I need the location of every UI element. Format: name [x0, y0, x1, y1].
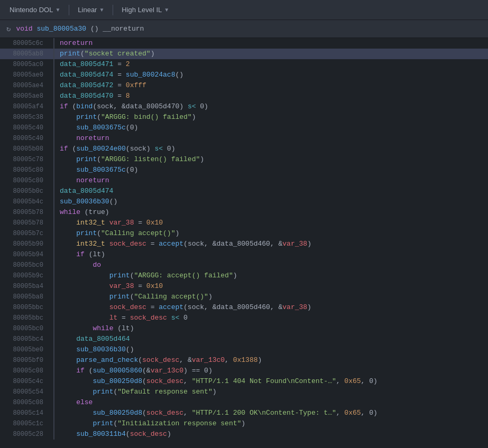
- table-row[interactable]: 80005bbc lt = sock_desc s< 0: [0, 313, 488, 323]
- divider-cell: [48, 228, 54, 239]
- table-row[interactable]: 80005bf0 parse_and_check(sock_desc, &var…: [0, 355, 488, 366]
- code-cell: sub_8003675c(0): [54, 123, 488, 133]
- address-cell: 80005ba8: [0, 292, 48, 302]
- table-row[interactable]: 80005c40 sub_8003675c(0): [0, 123, 488, 133]
- refresh-icon[interactable]: ↻: [6, 24, 11, 33]
- table-row[interactable]: 80005b94 if (lt): [0, 249, 488, 260]
- token-var: sock_desc: [130, 314, 167, 322]
- token-fn: sub_80024ac8: [126, 71, 176, 79]
- table-row[interactable]: 80005c38 print("ARGGG: bind() failed"): [0, 112, 488, 123]
- table-row[interactable]: 80005c80 sub_8003675c(0): [0, 165, 488, 175]
- table-row[interactable]: 80005b08if (sub_80024e00(sock) s< 0): [0, 144, 488, 154]
- table-row[interactable]: 80005c78 print("ARGGG: listen() failed"): [0, 154, 488, 165]
- code-cell: if (bind(sock, &data_8005d470) s< 0): [54, 101, 488, 112]
- table-row[interactable]: 80005c40 noreturn: [0, 133, 488, 144]
- table-row[interactable]: 80005c80 noreturn: [0, 175, 488, 186]
- table-row[interactable]: 80005b9c print("ARGGG: accept() failed"): [0, 270, 488, 281]
- table-row[interactable]: 80005be0 sub_80036b30(): [0, 344, 488, 355]
- divider-cell: [48, 49, 54, 59]
- address-cell: 80005c08: [0, 366, 48, 376]
- table-row[interactable]: 80005c14 sub_800250d8(sock_desc, "HTTP/1…: [0, 408, 488, 418]
- token-fn: print: [109, 272, 130, 279]
- divider-cell: [48, 302, 54, 313]
- token-plain: [105, 240, 109, 248]
- token-plain: ): [200, 155, 204, 163]
- divider-cell: [48, 165, 54, 175]
- high-level-il-button[interactable]: High Level IL ▼: [117, 4, 173, 16]
- table-row[interactable]: 80005b0cdata_8005d474: [0, 186, 488, 197]
- token-var: var_13c0: [151, 367, 183, 375]
- code-cell: int32_t sock_desc = accept(sock, &data_8…: [54, 239, 488, 249]
- token-kw: while: [93, 324, 113, 332]
- nintendo-dol-button[interactable]: Nintendo DOL ▼: [5, 4, 65, 16]
- token-plain: (sock, &data_8005d460, &: [183, 303, 282, 311]
- code-cell: data_8005d474: [54, 186, 488, 197]
- token-str: "Calling accept()": [101, 229, 175, 237]
- nintendo-dol-arrow: ▼: [55, 7, 60, 13]
- token-kw: noreturn: [60, 39, 93, 47]
- token-var: var_38: [109, 282, 134, 290]
- table-row[interactable]: 80005c28 sub_800311b4(sock_desc): [0, 429, 488, 440]
- token-type: int32_t: [76, 240, 105, 248]
- table-row[interactable]: 80005ba4 var_38 = 0x10: [0, 281, 488, 292]
- table-row[interactable]: 80005c54 print("Default response sent"): [0, 387, 488, 397]
- token-kw: noreturn: [76, 176, 109, 184]
- table-row[interactable]: 80005c08 if (sub_80005860(&var_13c0) == …: [0, 366, 488, 376]
- token-plain: (sock, &data_8005d460, &: [183, 240, 282, 248]
- table-row[interactable]: 80005bbc sock_desc = accept(sock, &data_…: [0, 302, 488, 313]
- token-plain: ): [307, 303, 311, 311]
- table-row[interactable]: 80005ae8data_8005d470 = 8: [0, 91, 488, 101]
- divider-cell: [48, 313, 54, 323]
- address-cell: 80005b9c: [0, 270, 48, 281]
- table-row[interactable]: 80005b7c print("Calling accept()"): [0, 228, 488, 239]
- table-row[interactable]: 80005b78 int32_t var_38 = 0x10: [0, 218, 488, 228]
- table-row[interactable]: 80005bc0 while (lt): [0, 323, 488, 334]
- token-plain: ,: [183, 409, 192, 417]
- token-num: 0x10: [146, 282, 163, 290]
- token-plain: =: [113, 92, 125, 100]
- table-row[interactable]: 80005ba8 print("Calling accept()"): [0, 292, 488, 302]
- toolbar-separator-1: [69, 5, 69, 15]
- table-row[interactable]: 80005c08 else: [0, 397, 488, 408]
- code-cell: lt = sock_desc s< 0: [54, 313, 488, 323]
- table-row[interactable]: 80005bc0 do: [0, 260, 488, 270]
- token-plain: (lt): [113, 324, 134, 332]
- address-cell: 80005b78: [0, 207, 48, 218]
- token-plain: =: [113, 60, 125, 68]
- table-row[interactable]: 80005c1c print("Initialization response …: [0, 418, 488, 429]
- address-cell: 80005bbc: [0, 302, 48, 313]
- token-plain: (: [126, 430, 130, 438]
- code-cell: sub_800250d8(sock_desc, "HTTP/1.1 404 No…: [54, 376, 488, 387]
- table-row[interactable]: 80005af4if (bind(sock, &data_8005d470) s…: [0, 101, 488, 112]
- table-row[interactable]: 80005b78while (true): [0, 207, 488, 218]
- token-var: var_38: [282, 240, 307, 248]
- code-cell: sub_80036b30(): [54, 197, 488, 207]
- code-cell: data_8005d470 = 8: [54, 91, 488, 101]
- table-row[interactable]: 80005ac0data_8005d471 = 2: [0, 59, 488, 70]
- address-cell: 80005c40: [0, 133, 48, 144]
- token-addr-ref: data_8005d474: [60, 187, 113, 195]
- table-row[interactable]: 80005ab8print("socket created"): [0, 49, 488, 59]
- token-plain: ) == 0): [183, 367, 213, 375]
- table-row[interactable]: 80005c6cnoreturn: [0, 38, 488, 49]
- token-kw: if: [76, 250, 85, 258]
- address-cell: 80005af4: [0, 101, 48, 112]
- token-num: 2: [126, 60, 130, 68]
- token-kw: if: [60, 145, 68, 153]
- table-row[interactable]: 80005bc4 data_8005d464: [0, 334, 488, 344]
- token-addr-ref: data_8005d471: [60, 60, 113, 68]
- table-row[interactable]: 80005b90 int32_t sock_desc = accept(sock…: [0, 239, 488, 249]
- token-fn: print: [76, 229, 97, 237]
- token-plain: =: [134, 219, 146, 227]
- table-row[interactable]: 80005ae4data_8005d472 = 0xfff: [0, 80, 488, 91]
- table-row[interactable]: 80005b4csub_80036b30(): [0, 197, 488, 207]
- linear-button[interactable]: Linear ▼: [73, 4, 108, 16]
- token-fn: accept: [159, 303, 183, 311]
- table-row[interactable]: 80005ae0data_8005d474 = sub_80024ac8(): [0, 70, 488, 80]
- code-cell: data_8005d471 = 2: [54, 59, 488, 70]
- divider-cell: [48, 292, 54, 302]
- address-cell: 80005ae8: [0, 91, 48, 101]
- token-plain: (&: [142, 367, 151, 375]
- table-row[interactable]: 80005c4c sub_800250d8(sock_desc, "HTTP/1…: [0, 376, 488, 387]
- token-op: s<: [188, 102, 196, 110]
